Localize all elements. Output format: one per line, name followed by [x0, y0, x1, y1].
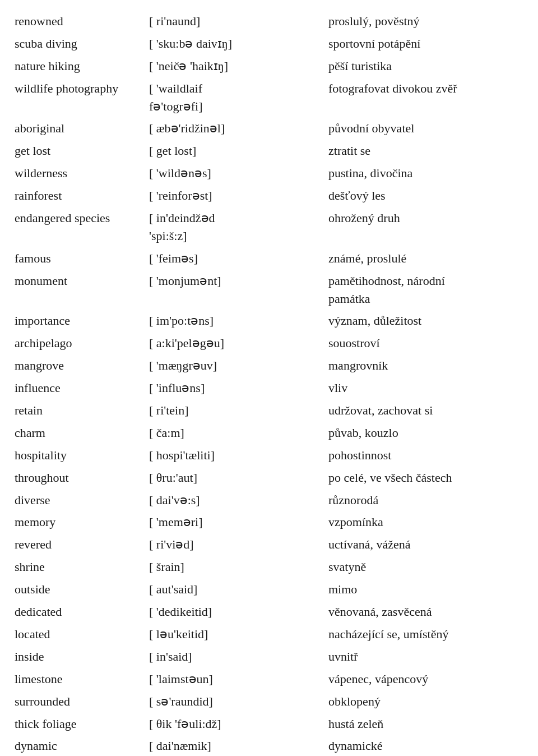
phonetic-cell: [ im'po:tǝns] [146, 310, 325, 332]
table-row: thick foliage[ θik 'fǝuli:dž]hustá zeleň [11, 713, 527, 735]
phonetic-cell: [ 'wildənəs] [146, 162, 325, 185]
phonetic-cell: [ θru:'aut] [146, 467, 325, 489]
phonetic-cell: [ ri'naund] [146, 10, 325, 33]
table-row: monument[ 'monjumǝnt]pamětihodnost, náro… [11, 270, 527, 310]
word-cell: endangered species [11, 207, 146, 247]
word-cell: surrounded [11, 690, 146, 713]
phonetic-cell: [ 'memǝri] [146, 511, 325, 533]
word-cell: get lost [11, 140, 146, 162]
table-row: nature hiking[ 'neičə 'haikɪŋ]pěší turis… [11, 55, 527, 77]
translation-cell: obklopený [325, 690, 527, 713]
table-row: get lost[ get lost]ztratit se [11, 140, 527, 162]
translation-cell: mangrovník [325, 354, 527, 377]
word-cell: importance [11, 310, 146, 332]
word-cell: thick foliage [11, 713, 146, 735]
phonetic-cell: [ dai'næmik] [146, 735, 325, 756]
word-cell: wildlife photography [11, 77, 146, 118]
translation-cell: hustá zeleň [325, 713, 527, 735]
translation-cell: ohrožený druh [325, 207, 527, 247]
phonetic-cell: [ 'monjumǝnt] [146, 270, 325, 310]
translation-cell: fotografovat divokou zvěř [325, 77, 527, 118]
word-cell: limestone [11, 668, 146, 690]
phonetic-cell: [ a:ki'pelǝgǝu] [146, 332, 325, 354]
table-row: shrine[ šrain]svatyně [11, 556, 527, 578]
word-cell: charm [11, 422, 146, 444]
word-cell: famous [11, 247, 146, 270]
translation-cell: pamětihodnost, národnípamátka [325, 270, 527, 310]
word-cell: throughout [11, 467, 146, 489]
word-cell: dynamic [11, 735, 146, 756]
translation-cell: proslulý, pověstný [325, 10, 527, 33]
table-row: memory[ 'memǝri]vzpomínka [11, 511, 527, 533]
table-row: outside[ aut'said]mimo [11, 578, 527, 601]
translation-cell: nacházející se, umístěný [325, 623, 527, 646]
phonetic-cell: [ 'feimǝs] [146, 247, 325, 270]
translation-cell: význam, důležitost [325, 310, 527, 332]
table-row: mangrove[ 'mæŋgrǝuv]mangrovník [11, 354, 527, 377]
word-cell: revered [11, 533, 146, 556]
translation-cell: pěší turistika [325, 55, 527, 77]
phonetic-cell: [ in'deindžəd'spi:š:z] [146, 207, 325, 247]
table-row: surrounded[ sǝ'raundid]obklopený [11, 690, 527, 713]
word-cell: dedicated [11, 601, 146, 623]
table-row: wilderness[ 'wildənəs]pustina, divočina [11, 162, 527, 185]
translation-cell: souostroví [325, 332, 527, 354]
phonetic-cell: [ 'neičə 'haikɪŋ] [146, 55, 325, 77]
translation-cell: mimo [325, 578, 527, 601]
word-cell: hospitality [11, 444, 146, 467]
table-row: hospitality[ hospi'tæliti]pohostinnost [11, 444, 527, 467]
table-row: scuba diving[ 'sku:bə daivɪŋ]sportovní p… [11, 33, 527, 55]
word-cell: shrine [11, 556, 146, 578]
word-cell: inside [11, 646, 146, 668]
table-row: charm[ ča:m]půvab, kouzlo [11, 422, 527, 444]
phonetic-cell: [ 'sku:bə daivɪŋ] [146, 33, 325, 55]
phonetic-cell: [ šrain] [146, 556, 325, 578]
table-row: limestone[ 'laimstǝun]vápenec, vápencový [11, 668, 527, 690]
translation-cell: pohostinnost [325, 444, 527, 467]
word-cell: located [11, 623, 146, 646]
word-cell: archipelago [11, 332, 146, 354]
translation-cell: pustina, divočina [325, 162, 527, 185]
phonetic-cell: [ ri'viǝd] [146, 533, 325, 556]
translation-cell: různorodá [325, 489, 527, 511]
translation-cell: dynamické [325, 735, 527, 756]
table-row: inside[ in'said]uvnitř [11, 646, 527, 668]
word-cell: outside [11, 578, 146, 601]
translation-cell: vápenec, vápencový [325, 668, 527, 690]
phonetic-cell: [ ča:m] [146, 422, 325, 444]
translation-cell: věnovaná, zasvěcená [325, 601, 527, 623]
table-row: archipelago[ a:ki'pelǝgǝu]souostroví [11, 332, 527, 354]
translation-cell: sportovní potápění [325, 33, 527, 55]
phonetic-cell: [ 'mæŋgrǝuv] [146, 354, 325, 377]
phonetic-cell: [ aut'said] [146, 578, 325, 601]
word-cell: scuba diving [11, 33, 146, 55]
word-cell: mangrove [11, 354, 146, 377]
phonetic-cell: [ lǝu'keitid] [146, 623, 325, 646]
translation-cell: uctívaná, vážená [325, 533, 527, 556]
word-cell: retain [11, 399, 146, 422]
vocabulary-table: renowned[ ri'naund]proslulý, pověstnýscu… [11, 10, 527, 756]
word-cell: renowned [11, 10, 146, 33]
phonetic-cell: [ 'waildlaiffə'togrəfi] [146, 77, 325, 118]
phonetic-cell: [ in'said] [146, 646, 325, 668]
table-row: wildlife photography[ 'waildlaiffə'togrə… [11, 77, 527, 118]
phonetic-cell: [ dai'vǝ:s] [146, 489, 325, 511]
table-row: revered[ ri'viǝd]uctívaná, vážená [11, 533, 527, 556]
phonetic-cell: [ 'laimstǝun] [146, 668, 325, 690]
table-row: influence[ 'influǝns]vliv [11, 377, 527, 399]
translation-cell: svatyně [325, 556, 527, 578]
phonetic-cell: [ sǝ'raundid] [146, 690, 325, 713]
translation-cell: ztratit se [325, 140, 527, 162]
table-row: dedicated[ 'dedikeitid]věnovaná, zasvěce… [11, 601, 527, 623]
phonetic-cell: [ ri'tein] [146, 399, 325, 422]
table-row: renowned[ ri'naund]proslulý, pověstný [11, 10, 527, 33]
phonetic-cell: [ 'influǝns] [146, 377, 325, 399]
table-row: aboriginal[ æbə'ridžinəl]původní obyvate… [11, 117, 527, 140]
table-row: rainforest[ 'reinforəst]dešťový les [11, 185, 527, 207]
phonetic-cell: [ 'dedikeitid] [146, 601, 325, 623]
phonetic-cell: [ 'reinforəst] [146, 185, 325, 207]
word-cell: monument [11, 270, 146, 310]
translation-cell: udržovat, zachovat si [325, 399, 527, 422]
phonetic-cell: [ θik 'fǝuli:dž] [146, 713, 325, 735]
table-row: endangered species[ in'deindžəd'spi:š:z]… [11, 207, 527, 247]
